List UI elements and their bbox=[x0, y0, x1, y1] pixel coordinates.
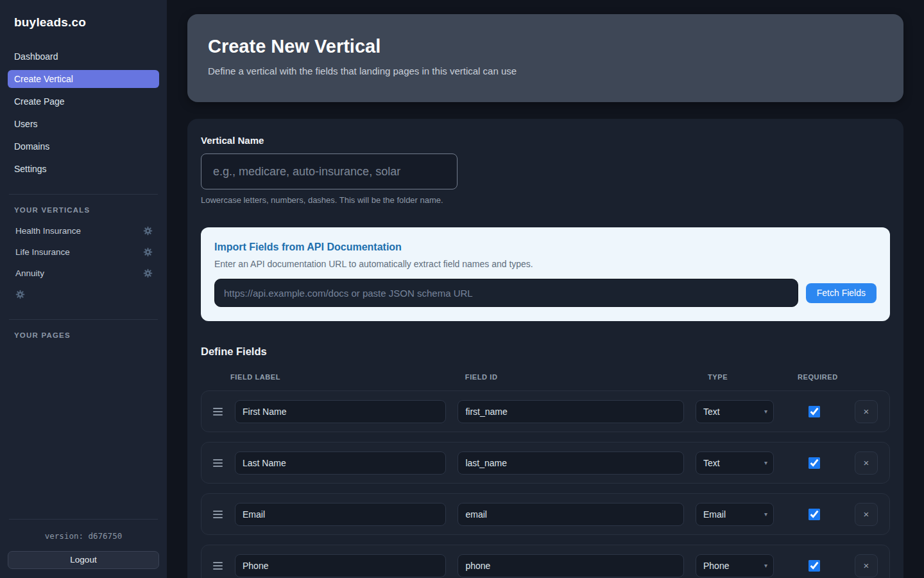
field-label-input[interactable] bbox=[235, 400, 446, 423]
vertical-name-label: Vertical Name bbox=[201, 135, 264, 146]
sidebar: buyleads.co Dashboard Create Vertical Cr… bbox=[0, 0, 167, 578]
gear-icon[interactable] bbox=[143, 268, 153, 278]
sidebar-footer: version: d676750 Logout bbox=[8, 507, 159, 569]
fetch-fields-button[interactable]: Fetch Fields bbox=[806, 283, 877, 303]
gear-icon[interactable] bbox=[15, 290, 25, 299]
type-select-wrap: Text ▾ bbox=[696, 400, 774, 423]
field-id-input[interactable] bbox=[458, 400, 684, 423]
required-checkbox[interactable] bbox=[809, 406, 820, 417]
vertical-item-label: Health Insurance bbox=[15, 226, 81, 236]
vertical-item-annuity[interactable]: Annuity bbox=[8, 265, 159, 281]
column-header-field-id: FIELD ID bbox=[458, 373, 696, 381]
gear-icon[interactable] bbox=[143, 247, 153, 257]
sidebar-divider bbox=[9, 519, 158, 520]
api-url-input[interactable] bbox=[214, 279, 798, 307]
app-logo: buyleads.co bbox=[8, 15, 159, 30]
vertical-item-health-insurance[interactable]: Health Insurance bbox=[8, 223, 159, 239]
define-fields-title: Define Fields bbox=[201, 346, 890, 358]
import-url-row: Fetch Fields bbox=[214, 279, 877, 307]
import-fields-panel: Import Fields from API Documentation Ent… bbox=[201, 227, 890, 321]
main-content: Create New Vertical Define a vertical wi… bbox=[167, 0, 924, 578]
type-select-wrap: Phone ▾ bbox=[696, 554, 774, 577]
pages-section-header: YOUR PAGES bbox=[8, 331, 159, 339]
field-label-input[interactable] bbox=[235, 503, 446, 526]
required-checkbox[interactable] bbox=[809, 457, 820, 469]
sidebar-item-create-vertical[interactable]: Create Vertical bbox=[8, 70, 159, 88]
field-label-input[interactable] bbox=[235, 451, 446, 475]
main-nav: Dashboard Create Vertical Create Page Us… bbox=[8, 48, 159, 182]
column-header-required: REQUIRED bbox=[798, 373, 855, 381]
vertical-item-unnamed[interactable] bbox=[8, 286, 159, 302]
logout-button[interactable]: Logout bbox=[8, 551, 159, 569]
drag-handle-icon[interactable] bbox=[213, 408, 223, 416]
vertical-item-life-insurance[interactable]: Life Insurance bbox=[8, 244, 159, 260]
import-panel-title: Import Fields from API Documentation bbox=[214, 241, 877, 253]
field-id-input[interactable] bbox=[458, 503, 684, 526]
sidebar-item-dashboard[interactable]: Dashboard bbox=[8, 48, 159, 66]
page-title: Create New Vertical bbox=[208, 36, 883, 57]
vertical-name-helper: Lowercase letters, numbers, dashes. This… bbox=[201, 195, 890, 205]
required-checkbox[interactable] bbox=[809, 509, 820, 520]
drag-handle-icon[interactable] bbox=[213, 511, 223, 518]
page-subtitle: Define a vertical with the fields that l… bbox=[208, 66, 883, 76]
field-id-input[interactable] bbox=[458, 554, 684, 577]
close-icon: × bbox=[864, 560, 869, 571]
field-id-input[interactable] bbox=[458, 451, 684, 475]
sidebar-divider bbox=[9, 194, 158, 195]
field-row: Email ▾ × bbox=[201, 493, 890, 535]
sidebar-item-settings[interactable]: Settings bbox=[8, 160, 159, 178]
type-select[interactable]: Phone bbox=[696, 554, 774, 577]
page-header-card: Create New Vertical Define a vertical wi… bbox=[187, 14, 903, 102]
delete-field-button[interactable]: × bbox=[855, 451, 878, 475]
import-panel-description: Enter an API documentation URL to automa… bbox=[214, 259, 877, 269]
close-icon: × bbox=[864, 406, 869, 417]
version-label: version: d676750 bbox=[8, 531, 159, 541]
gear-icon[interactable] bbox=[143, 226, 153, 236]
required-checkbox[interactable] bbox=[809, 560, 820, 572]
drag-handle-icon[interactable] bbox=[213, 459, 223, 467]
delete-field-button[interactable]: × bbox=[855, 554, 878, 577]
type-select-wrap: Text ▾ bbox=[696, 451, 774, 475]
vertical-item-label: Annuity bbox=[15, 268, 44, 278]
sidebar-item-create-page[interactable]: Create Page bbox=[8, 92, 159, 110]
fields-table-header: FIELD LABEL FIELD ID TYPE REQUIRED bbox=[201, 373, 890, 381]
field-label-input[interactable] bbox=[235, 554, 446, 577]
drag-handle-icon[interactable] bbox=[213, 562, 223, 570]
sidebar-item-users[interactable]: Users bbox=[8, 115, 159, 133]
create-vertical-form-card: Vertical Name Lowercase letters, numbers… bbox=[187, 119, 903, 578]
field-row: Text ▾ × bbox=[201, 442, 890, 484]
type-select[interactable]: Text bbox=[696, 451, 774, 475]
field-row: Phone ▾ × bbox=[201, 545, 890, 578]
field-row: Text ▾ × bbox=[201, 390, 890, 432]
delete-field-button[interactable]: × bbox=[855, 503, 878, 526]
close-icon: × bbox=[864, 509, 869, 520]
column-header-type: TYPE bbox=[708, 373, 786, 381]
column-header-field-label: FIELD LABEL bbox=[223, 373, 446, 381]
verticals-section-header: YOUR VERTICALS bbox=[8, 206, 159, 214]
delete-field-button[interactable]: × bbox=[855, 400, 878, 423]
type-select-wrap: Email ▾ bbox=[696, 503, 774, 526]
type-select[interactable]: Text bbox=[696, 400, 774, 423]
vertical-name-input[interactable] bbox=[201, 153, 458, 189]
type-select[interactable]: Email bbox=[696, 503, 774, 526]
close-icon: × bbox=[864, 457, 869, 468]
sidebar-divider bbox=[9, 319, 158, 320]
vertical-item-label: Life Insurance bbox=[15, 247, 70, 257]
sidebar-item-domains[interactable]: Domains bbox=[8, 137, 159, 155]
